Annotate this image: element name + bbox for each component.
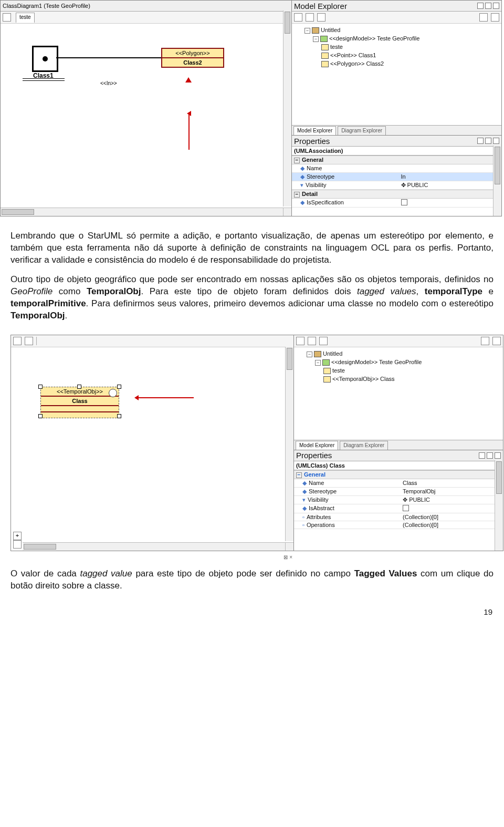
class-icon [321, 53, 329, 59]
diagram-canvas[interactable]: Class1 <<In>> <<Polygon>> Class2 [1, 22, 284, 208]
checkbox-icon[interactable] [403, 505, 409, 511]
explorer-tabs: Model Explorer Diagram Explorer [292, 125, 501, 135]
prop-isspecification[interactable]: ◆IsSpecification [292, 199, 501, 208]
plus-button[interactable]: + [13, 532, 22, 540]
checkbox-icon[interactable] [401, 199, 407, 205]
resize-handle[interactable] [77, 385, 81, 389]
class2-node[interactable]: <<Polygon>> Class2 [161, 48, 224, 68]
temporal-class-name: Class [41, 397, 119, 406]
up-arrow-icon[interactable] [479, 13, 488, 22]
resize-handle[interactable] [117, 385, 121, 389]
close-x-icon[interactable]: ⊠ × [284, 554, 292, 560]
diagram-tab-title[interactable]: ClassDiagram1 (Teste GeoProfile) [3, 3, 289, 9]
prop-name-2[interactable]: ◆NameClass [294, 479, 503, 488]
temporal-class-node[interactable]: <<TemporalObj>> Class [40, 387, 119, 418]
window-close-icon[interactable] [493, 3, 499, 9]
properties-header-2: (UMLClass) Class [294, 461, 503, 470]
diagram-panel-2: <<TemporalObj>> Class + [10, 335, 293, 551]
tree-item-class1[interactable]: <<Point>> Class1 [330, 52, 376, 58]
tool-icon[interactable] [296, 337, 304, 345]
tab-model-explorer-2[interactable]: Model Explorer [296, 441, 338, 450]
association-line[interactable] [56, 57, 161, 58]
tree-design-model[interactable]: <<designModel>> Teste GeoProfile [329, 35, 419, 42]
tool-icon[interactable] [306, 13, 314, 22]
properties-grid-2[interactable]: (UMLClass) Class −General ◆NameClass ◆St… [294, 461, 503, 529]
tool-icon[interactable] [13, 337, 22, 345]
down-arrow-icon[interactable] [492, 337, 501, 345]
horizontal-scrollbar-2[interactable] [23, 542, 286, 551]
tree-item-temporal-class[interactable]: <<TemporalObj>> Class [332, 376, 395, 382]
horizontal-scrollbar[interactable] [1, 208, 284, 216]
tab-model-explorer[interactable]: Model Explorer [293, 126, 336, 135]
tab-diagram-explorer[interactable]: Diagram Explorer [338, 126, 386, 135]
up-arrow-icon[interactable] [481, 337, 489, 345]
window-button-icon[interactable] [477, 3, 484, 9]
package-icon [322, 359, 330, 366]
down-arrow-icon[interactable] [491, 13, 499, 22]
model-icon [312, 27, 319, 34]
paragraph-2: Outro tipo de objeto geográfico que pode… [10, 274, 494, 322]
tool-icon[interactable] [317, 13, 326, 22]
explorer-tabs-2: Model Explorer Diagram Explorer [294, 440, 503, 450]
teste-tab[interactable]: teste [16, 13, 35, 23]
tree-root[interactable]: Untitled [321, 27, 340, 33]
model-explorer-panel-2: −Untitled −<<designModel>> Teste GeoProf… [293, 335, 503, 450]
tree-item-teste[interactable]: teste [330, 44, 343, 50]
prop-stereotype-2[interactable]: ◆StereotypeTemporalObj [294, 488, 503, 496]
model-explorer-panel: Model Explorer −Untitled [292, 0, 502, 136]
class1-underline2 [23, 80, 65, 81]
prop-visibility-2[interactable]: ▾Visibility✥ PUBLIC [294, 496, 503, 504]
window-button-icon[interactable] [485, 138, 491, 144]
tree-item-teste-2[interactable]: teste [332, 367, 345, 374]
section-general[interactable]: −General [292, 156, 501, 164]
tool-icon[interactable] [319, 337, 328, 345]
prop-name[interactable]: ◆Name [292, 164, 501, 173]
scroll-corner-2 [285, 542, 293, 551]
model-tree[interactable]: −Untitled −<<designModel>> Teste GeoProf… [292, 24, 501, 70]
tree-root-2[interactable]: Untitled [323, 350, 342, 357]
paragraph-3: O valor de cada tagged value para este t… [10, 568, 494, 592]
model-tree-2[interactable]: −Untitled −<<designModel>> Teste GeoProf… [294, 347, 503, 385]
class2-stereotype: <<Polygon>> [162, 49, 223, 58]
scroll-corner [283, 208, 291, 216]
body-text-2: O valor de cada tagged value para este t… [0, 551, 504, 605]
window-button-icon[interactable] [477, 138, 484, 144]
properties-grid[interactable]: (UMLAssociation) −General ◆Name ◆Stereot… [292, 147, 501, 208]
tool-icon[interactable] [308, 337, 316, 345]
resize-handle[interactable] [117, 414, 121, 418]
window-button-icon[interactable] [479, 452, 485, 459]
toolbar-icon[interactable] [3, 13, 11, 22]
tab-diagram-explorer-2[interactable]: Diagram Explorer [340, 441, 388, 450]
tree-item-class2[interactable]: <<Polygon>> Class2 [330, 60, 384, 67]
resize-handle[interactable] [38, 385, 43, 389]
prop-stereotype[interactable]: ◆StereotypeIn [292, 173, 501, 181]
panel-button[interactable] [13, 540, 22, 549]
properties-header: (UMLAssociation) [292, 147, 501, 156]
screenshot-1: ClassDiagram1 (Teste GeoProfile) teste C… [0, 0, 504, 216]
page-number: 19 [0, 604, 504, 624]
vertical-scrollbar-2[interactable] [285, 347, 293, 541]
resize-handle[interactable] [38, 414, 43, 418]
properties-scrollbar[interactable] [493, 146, 501, 216]
diagram-canvas-2[interactable]: <<TemporalObj>> Class [11, 347, 286, 543]
vertical-scrollbar[interactable] [283, 11, 291, 206]
prop-visibility[interactable]: ▾Visibility✥ PUBLIC [292, 181, 501, 190]
class1-point-icon[interactable] [32, 46, 58, 72]
prop-attributes[interactable]: ▫Attributes(Collection)[0] [294, 513, 503, 521]
window-button-icon[interactable] [487, 452, 493, 459]
window-close-icon[interactable] [493, 138, 499, 144]
prop-operations[interactable]: ▫Operations(Collection)[0] [294, 521, 503, 529]
tool-icon[interactable] [294, 13, 302, 22]
screenshot-2: <<TemporalObj>> Class + [10, 335, 504, 551]
window-close-icon[interactable] [495, 452, 501, 459]
section-detail[interactable]: −Detail [292, 190, 501, 199]
red-arrow-head [185, 74, 192, 82]
tool-icon[interactable] [25, 337, 33, 345]
prop-isabstract[interactable]: ◆IsAbstract [294, 504, 503, 513]
window-button-icon[interactable] [485, 3, 491, 9]
explorer-toolbar [292, 12, 501, 24]
section-general-2[interactable]: −General [294, 470, 503, 479]
paragraph-1: Lembrando que o StarUML só permite a adi… [10, 230, 494, 266]
properties-scrollbar-2[interactable] [495, 460, 503, 551]
tree-design-model-2[interactable]: <<designModel>> Teste GeoProfile [331, 359, 422, 365]
